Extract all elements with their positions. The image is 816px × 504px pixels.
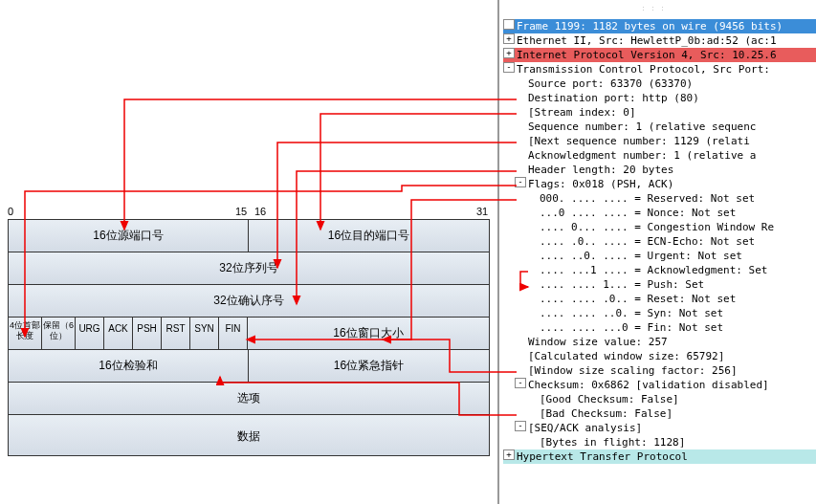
tree-bytes[interactable]: [Bytes in flight: 1128] bbox=[503, 435, 816, 449]
tree-ip[interactable]: +Internet Protocol Version 4, Src: 10.25… bbox=[503, 48, 816, 62]
flag-fin: FIN bbox=[219, 318, 248, 349]
expand-icon[interactable]: + bbox=[503, 48, 515, 58]
collapse-icon[interactable]: - bbox=[515, 177, 526, 187]
tree-flag-fin[interactable]: .... .... ...0 = Fin: Not set bbox=[503, 320, 816, 335]
tree-nextseq[interactable]: [Next sequence number: 1129 (relati bbox=[503, 134, 816, 148]
tree-flags[interactable]: -Flags: 0x018 (PSH, ACK) bbox=[503, 177, 816, 191]
collapse-icon[interactable]: - bbox=[515, 421, 526, 431]
tree-flag-nonce[interactable]: ...0 .... .... = Nonce: Not set bbox=[503, 206, 816, 220]
tree-tcp[interactable]: -Transmission Control Protocol, Src Port… bbox=[503, 62, 816, 77]
tree-goodck[interactable]: [Good Checksum: False] bbox=[503, 392, 816, 406]
field-header-len: 4位首部长度 bbox=[9, 318, 42, 349]
tree-win[interactable]: Window size value: 257 bbox=[503, 335, 816, 349]
tcp-header-diagram: 16位源端口号 16位目的端口号 32位序列号 32位确认序号 4位首部长度 保… bbox=[8, 220, 490, 456]
tree-seqack[interactable]: -[SEQ/ACK analysis] bbox=[503, 421, 816, 435]
packet-tree: +Frame 1199: 1182 bytes on wire (9456 bi… bbox=[497, 0, 816, 504]
field-urgent-ptr: 16位紧急指针 bbox=[249, 350, 489, 382]
field-checksum: 16位检验和 bbox=[9, 350, 249, 382]
tree-flag-reserved[interactable]: 000. .... .... = Reserved: Not set bbox=[503, 191, 816, 206]
tree-seq[interactable]: Sequence number: 1 (relative sequenc bbox=[503, 120, 816, 134]
tree-dstport[interactable]: Destination port: http (80) bbox=[503, 91, 816, 105]
field-ack: 32位确认序号 bbox=[9, 285, 489, 317]
expand-icon[interactable]: + bbox=[503, 449, 515, 460]
tree-flag-cwr[interactable]: .... 0... .... = Congestion Window Re bbox=[503, 220, 816, 234]
tree-calcwin[interactable]: [Calculated window size: 65792] bbox=[503, 349, 816, 363]
tree-winscale[interactable]: [Window size scaling factor: 256] bbox=[503, 363, 816, 378]
expand-icon[interactable]: + bbox=[503, 33, 515, 44]
flag-urg: URG bbox=[76, 318, 104, 349]
tree-badck[interactable]: [Bad Checksum: False] bbox=[503, 406, 816, 421]
field-data: 数据 bbox=[9, 415, 489, 455]
tree-flag-psh[interactable]: .... .... 1... = Push: Set bbox=[503, 277, 816, 292]
field-options: 选项 bbox=[9, 383, 489, 414]
pane-handle[interactable]: ::: bbox=[497, 4, 816, 12]
collapse-icon[interactable]: - bbox=[503, 62, 515, 73]
flag-ack: ACK bbox=[104, 318, 133, 349]
field-reserved: 保留（6位） bbox=[42, 318, 76, 349]
tree-flag-syn[interactable]: .... .... ..0. = Syn: Not set bbox=[503, 306, 816, 320]
tree-srcport[interactable]: Source port: 63370 (63370) bbox=[503, 77, 816, 91]
tree-flag-ecn[interactable]: .... .0.. .... = ECN-Echo: Not set bbox=[503, 234, 816, 249]
tree-hlen[interactable]: Header length: 20 bytes bbox=[503, 163, 816, 177]
tree-flag-urg[interactable]: .... ..0. .... = Urgent: Not set bbox=[503, 249, 816, 263]
tree-stream[interactable]: [Stream index: 0] bbox=[503, 105, 816, 120]
tree-frame[interactable]: +Frame 1199: 1182 bytes on wire (9456 bi… bbox=[503, 19, 816, 33]
tree-http[interactable]: +Hypertext Transfer Protocol bbox=[503, 449, 816, 464]
expand-icon[interactable]: + bbox=[503, 19, 515, 30]
tree-acknum[interactable]: Acknowledgment number: 1 (relative a bbox=[503, 148, 816, 163]
flag-psh: PSH bbox=[133, 318, 162, 349]
tree-ethernet[interactable]: +Ethernet II, Src: HewlettP_0b:ad:52 (ac… bbox=[503, 33, 816, 48]
collapse-icon[interactable]: - bbox=[515, 378, 526, 388]
tree-flag-rst[interactable]: .... .... .0.. = Reset: Not set bbox=[503, 292, 816, 306]
tree-flag-ack[interactable]: .... ...1 .... = Acknowledgment: Set bbox=[503, 263, 816, 277]
tree-cksum[interactable]: -Checksum: 0x6862 [validation disabled] bbox=[503, 378, 816, 392]
field-window: 16位窗口大小 bbox=[248, 318, 489, 349]
field-dest-port: 16位目的端口号 bbox=[249, 220, 489, 252]
field-sequence: 32位序列号 bbox=[9, 252, 489, 284]
flag-syn: SYN bbox=[190, 318, 219, 349]
flag-rst: RST bbox=[162, 318, 190, 349]
field-source-port: 16位源端口号 bbox=[9, 220, 249, 252]
